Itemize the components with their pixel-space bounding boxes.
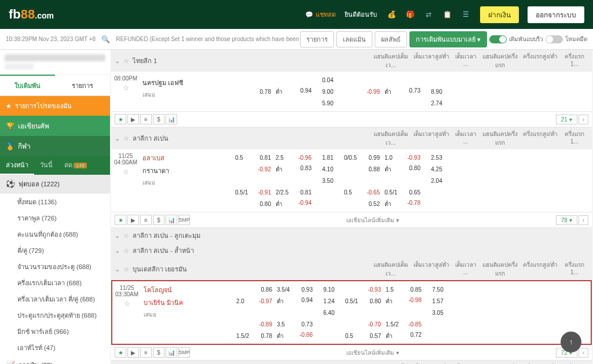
odds[interactable]: 0.83 [301, 165, 312, 174]
odds[interactable]: 0.72 [411, 332, 422, 340]
odds[interactable]: 8.90 [431, 89, 442, 95]
odds[interactable]: 0.99 [369, 155, 380, 161]
odds[interactable]: 3.50 [322, 178, 333, 184]
odds[interactable]: 0.78 [260, 89, 271, 95]
sport-item[interactable]: ⚽ฟุตบอล (1222) [0, 175, 110, 194]
odds[interactable]: 9.10 [323, 286, 334, 293]
stats-button[interactable]: 📊 [166, 114, 177, 124]
odds[interactable]: 4.25 [431, 166, 442, 172]
fav-button[interactable]: ★ [115, 347, 126, 358]
more-odds-label[interactable]: เอเชียนไลน์เพิ่มเติม ▾ [190, 348, 556, 357]
tab-layout[interactable]: เลดแม้น [336, 31, 372, 47]
odds[interactable]: -0.92 [258, 166, 271, 172]
odds[interactable]: 0.86 [261, 286, 272, 293]
next-button[interactable]: › [579, 215, 588, 225]
odds[interactable]: -0.99 [367, 89, 380, 95]
tab-mybets[interactable]: รายการ [55, 75, 110, 95]
tab-results[interactable]: ผลลัพธ์ [375, 31, 407, 47]
odds[interactable]: 1.81 [322, 155, 333, 161]
collapse-icon[interactable]: ⌄ [115, 232, 120, 240]
tab-today[interactable]: วันนี้ [34, 156, 58, 175]
sport-sub-item[interactable]: จำนวนรวมของประตู (688) [0, 259, 110, 275]
odds[interactable]: -0.86 [299, 332, 313, 340]
balance-icon[interactable]: 💰 [386, 9, 397, 20]
menu-icon[interactable]: ☰ [460, 9, 471, 20]
odds[interactable]: 0.94 [302, 297, 313, 306]
tab-betslip[interactable]: ใบเดิมพัน [0, 75, 55, 95]
collapse-icon[interactable]: ⌄ [115, 57, 120, 65]
odds[interactable]: -0.91 [258, 189, 271, 196]
odds[interactable]: 0.78 [261, 333, 272, 339]
scroll-top-button[interactable]: ↑ [561, 332, 581, 352]
odds[interactable]: 0.65 [409, 189, 420, 196]
odds[interactable]: 2.74 [431, 100, 442, 106]
odds[interactable]: 1.57 [432, 298, 443, 304]
odds[interactable]: 0.57 [370, 333, 381, 339]
history-icon[interactable]: 📋 [441, 9, 453, 20]
team-away[interactable]: บาเยิร์น มิวนิค [144, 296, 234, 309]
team-home[interactable]: อลาเบส [142, 152, 233, 164]
play-button[interactable]: ▶ [127, 347, 139, 358]
section-sports[interactable]: 🏅 กีฬา [0, 136, 110, 156]
odds[interactable]: -0.97 [259, 298, 272, 304]
play-button[interactable]: ▶ [127, 215, 139, 225]
sport-sub-item[interactable]: ประตูแรก/ประตูสุดท้าย (688) [0, 307, 110, 323]
cash-button[interactable]: $ [153, 114, 164, 124]
search-icon[interactable]: 🔍 [101, 35, 110, 43]
fav-star-icon[interactable]: ☆ [112, 300, 141, 308]
collapse-icon[interactable]: ⌄ [115, 135, 120, 142]
sport-sub-item[interactable]: คะแนนที่ถูกต้อง (688) [0, 226, 110, 242]
cash-button[interactable]: $ [153, 215, 164, 225]
quickbet-toggle[interactable] [489, 35, 507, 43]
odds[interactable]: 0.52 [369, 201, 380, 207]
tab-early[interactable]: ล่วงหน้า [0, 156, 34, 175]
sport-sub-item[interactable]: ครึ่งแรก/เต็มเวลา (688) [0, 275, 110, 291]
team-home[interactable]: โคโลญจน์ [144, 284, 234, 296]
odds[interactable]: 0.81 [260, 155, 271, 161]
deposit-button[interactable]: ฝากเงิน [480, 6, 519, 23]
odds-format-dropdown[interactable]: การเดิมพันแบบมาเลย์ ▾ [409, 31, 487, 47]
league-name[interactable]: ลาลีกา สเปน - ล้ำหน้า [133, 245, 194, 256]
darkmode-toggle[interactable] [546, 35, 563, 43]
odds[interactable]: -0.94 [298, 200, 312, 208]
odds[interactable]: 0.85 [411, 286, 422, 293]
odds[interactable]: 0.80 [370, 298, 381, 304]
promo-icon[interactable]: 🎁 [404, 9, 416, 20]
odds[interactable]: -0.98 [408, 297, 422, 306]
sport-sub-item[interactable]: ราคาพูล (726) [0, 210, 110, 226]
fav-star-icon[interactable]: ☆ [111, 84, 140, 92]
odds[interactable]: 2.04 [431, 178, 442, 184]
favorites-bar[interactable]: ★ รายการโปรดของฉัน [0, 96, 110, 116]
league-name[interactable]: ลาลีกา สเปน - ลูกเตะมุม [133, 230, 200, 241]
section-asian-cup[interactable]: 🏆 เอเชียนคัพ [0, 116, 110, 136]
sport-item[interactable]: 📈การเงิน (20) [0, 356, 110, 364]
odds[interactable]: 5.90 [322, 100, 333, 106]
more-markets-count[interactable]: 21 ▾ [556, 115, 577, 124]
fav-button[interactable]: ★ [115, 215, 126, 225]
fav-button[interactable]: ★ [115, 114, 126, 124]
odds[interactable]: -0.78 [407, 200, 420, 208]
sport-sub-item[interactable]: มิกซ์ พาร์เลย์ (966) [0, 323, 110, 340]
odds[interactable]: 0.94 [301, 87, 312, 96]
odds[interactable]: 0.88 [369, 166, 380, 172]
more-markets-count[interactable]: 78 ▾ [556, 215, 577, 225]
odds[interactable]: -0.85 [408, 321, 422, 328]
list-button[interactable]: ≡ [140, 215, 152, 225]
logout-button[interactable]: ออกจากระบบ [528, 6, 584, 23]
smp-button[interactable]: SMP [178, 215, 190, 225]
league-name[interactable]: ไทยลีก 1 [133, 56, 157, 66]
play-button[interactable]: ▶ [127, 114, 139, 124]
sport-sub-item[interactable]: ทั้งหมด (1136) [0, 194, 110, 210]
more-odds-label[interactable]: เอเชียนไลน์เพิ่มเติม ▾ [190, 216, 556, 225]
star-icon[interactable]: ☆ [123, 247, 129, 255]
next-button[interactable]: › [579, 115, 588, 124]
league-name[interactable]: บุนเดสลีกา เยอรมัน [133, 264, 187, 274]
stats-button[interactable]: 📊 [166, 347, 177, 358]
odds[interactable]: -0.65 [367, 189, 380, 196]
fav-star-icon[interactable]: ☆ [111, 168, 140, 176]
sport-sub-item[interactable]: ครึ่งเวลา/เต็มเวลา คี่/คู่ (688) [0, 291, 110, 307]
sport-sub-item[interactable]: เอาท์ไรท์ (47) [0, 340, 110, 356]
odds[interactable]: 4.10 [322, 166, 333, 172]
odds[interactable]: 2.53 [431, 155, 442, 161]
stats-button[interactable]: 📊 [166, 215, 177, 225]
